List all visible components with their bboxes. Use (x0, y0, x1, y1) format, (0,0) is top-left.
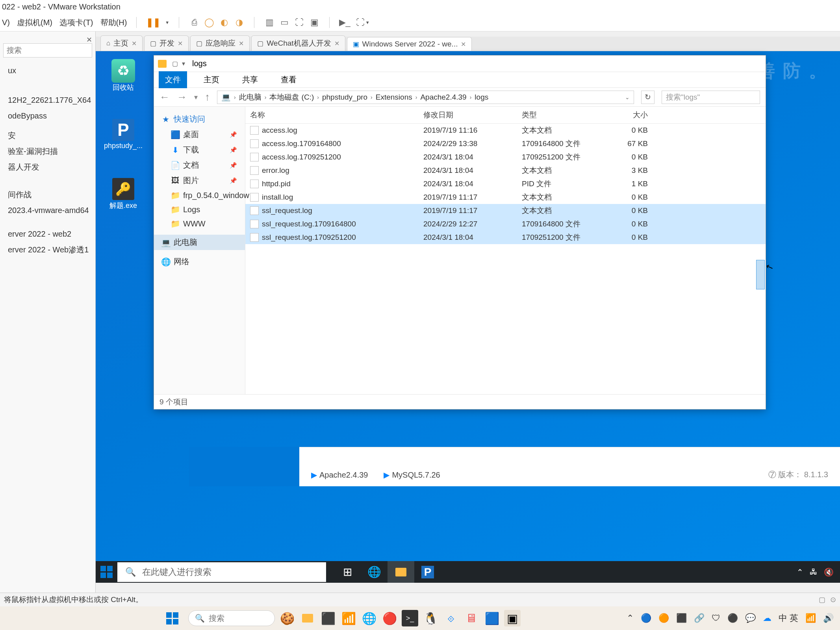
chevron-right-icon[interactable]: › (232, 94, 237, 100)
tree-downloads[interactable]: ⬇下载📌 (154, 142, 245, 158)
snapshot-revert-icon[interactable]: ◑ (234, 17, 245, 28)
file-row[interactable]: ssl_request.log2019/7/19 11:17文本文档0 KB (245, 204, 766, 217)
ribbon-tab-view[interactable]: 查看 (274, 71, 303, 88)
start-button[interactable] (164, 610, 180, 626)
task-view-icon[interactable]: ⊞ (334, 561, 361, 583)
snapshot-manager-icon[interactable]: ◐ (219, 17, 230, 28)
menu-help[interactable]: 帮助(H) (100, 17, 127, 28)
close-icon[interactable]: ✕ (178, 40, 183, 47)
terminal-icon[interactable]: >_ (402, 610, 418, 626)
col-size[interactable]: 大小 (605, 110, 648, 120)
desktop-icon-recycle[interactable]: 回收站 (104, 59, 143, 92)
app-icon[interactable]: 📶 (340, 610, 357, 626)
tree-quick-access[interactable]: ★快速访问 (154, 111, 245, 127)
breadcrumb-item[interactable]: 此电脑 (239, 92, 261, 102)
stretch-icon[interactable]: ⛶▼ (357, 17, 368, 28)
explorer-icon[interactable] (388, 561, 414, 583)
host-search[interactable]: 🔍搜索 (188, 610, 275, 626)
tray-ime[interactable]: 中 英 (779, 612, 798, 624)
phpstudy-icon[interactable]: P (414, 561, 441, 583)
chevron-right-icon[interactable]: › (414, 94, 419, 100)
pause-icon[interactable]: ❚❚ (146, 17, 160, 28)
file-row[interactable]: error.log2024/3/1 18:04文本文档3 KB (245, 164, 766, 177)
col-name[interactable]: 名称 (250, 110, 423, 120)
close-icon[interactable]: ✕ (86, 35, 92, 44)
tree-item[interactable]: 2023.4-vmware-amd64 (4, 202, 91, 218)
tray-volume-icon[interactable]: 🔇 (824, 567, 834, 577)
close-icon[interactable]: ✕ (239, 40, 244, 47)
tree-this-pc[interactable]: 💻此电脑 (154, 235, 245, 250)
view-unity-icon[interactable]: ▣ (309, 17, 320, 28)
tray-network-icon[interactable]: 🖧 (810, 567, 818, 576)
file-row[interactable]: ssl_request.log.17092512002024/3/1 18:04… (245, 231, 766, 244)
tray-obs-icon[interactable]: ⚫ (727, 613, 738, 623)
close-icon[interactable]: ✕ (334, 40, 339, 47)
view-thumb-icon[interactable]: ▥ (264, 17, 275, 28)
menu-tabs[interactable]: 选项卡(T) (59, 17, 93, 28)
start-button[interactable] (96, 561, 117, 583)
breadcrumb-item[interactable]: 本地磁盘 (C:) (269, 92, 314, 102)
tray-app-icon[interactable]: 🔗 (694, 613, 705, 623)
file-row[interactable]: access.log.17091648002024/2/29 13:381709… (245, 137, 766, 150)
tree-network[interactable]: 🌐网络 (154, 254, 245, 269)
app-icon[interactable]: 🍪 (279, 610, 295, 626)
mysql-status[interactable]: ▶MySQL5.7.26 (384, 470, 440, 480)
tree-item[interactable]: erver 2022 - web2 (4, 226, 91, 242)
edge-icon[interactable]: 🌐 (361, 610, 377, 626)
forward-icon[interactable]: → (177, 91, 187, 103)
tray-chevron-icon[interactable]: ⌃ (627, 613, 634, 623)
tray-onedrive-icon[interactable]: ☁ (763, 613, 771, 623)
recent-dropdown-icon[interactable]: ▾ (194, 93, 198, 102)
menu-vm[interactable]: 虚拟机(M) (17, 17, 52, 28)
chevron-down-icon[interactable]: ⌄ (625, 94, 630, 100)
app-icon[interactable]: 🖥 (463, 610, 480, 626)
breadcrumb-item[interactable]: Extensions (376, 93, 412, 102)
file-row[interactable]: access.log.17092512002024/3/1 18:0417092… (245, 150, 766, 164)
send-ctrl-alt-del-icon[interactable]: ⎙ (189, 17, 200, 28)
qat-dropdown[interactable]: ▾ (182, 60, 185, 67)
tray-volume-icon[interactable]: 🔊 (823, 613, 834, 623)
vmware-icon[interactable]: ▣ (504, 610, 521, 626)
device-icon[interactable]: ▢ (819, 595, 825, 604)
tray-app-icon[interactable]: 🔵 (641, 613, 651, 623)
tree-desktop[interactable]: 🟦桌面📌 (154, 127, 245, 142)
app-icon[interactable]: ⬛ (320, 610, 336, 626)
explorer-icon[interactable] (299, 610, 316, 626)
up-icon[interactable]: ↑ (205, 91, 210, 103)
file-row[interactable]: access.log2019/7/19 11:16文本文档0 KB (245, 124, 766, 137)
tree-item[interactable]: erver 2022 - Web渗透1 (4, 242, 91, 258)
tray-chevron-icon[interactable]: ⌃ (797, 567, 803, 577)
ribbon-tab-home[interactable]: 主页 (197, 71, 226, 88)
tree-item[interactable]: 验室-漏洞扫描 (4, 143, 91, 159)
tab-home[interactable]: ⌂主页✕ (100, 35, 143, 51)
tray-security-icon[interactable]: 🛡 (712, 613, 720, 623)
tree-www[interactable]: 📁WWW (154, 217, 245, 231)
close-icon[interactable]: ✕ (132, 40, 137, 47)
ribbon-tab-share[interactable]: 共享 (236, 71, 264, 88)
app-icon[interactable]: 🟦 (484, 610, 500, 626)
col-type[interactable]: 类型 (522, 110, 605, 120)
tray-wifi-icon[interactable]: 📶 (805, 613, 816, 623)
file-row[interactable]: httpd.pid2024/3/1 18:04PID 文件1 KB (245, 177, 766, 191)
tab-dev[interactable]: ▢开发✕ (144, 35, 189, 51)
tab-winserver[interactable]: ▣Windows Server 2022 - we...✕ (347, 37, 472, 51)
view-fullscreen-icon[interactable]: ⛶ (294, 17, 305, 28)
file-row[interactable]: ssl_request.log.17091648002024/2/29 12:2… (245, 217, 766, 231)
sidebar-search-input[interactable] (3, 43, 92, 57)
menu-view[interactable]: V) (2, 18, 10, 27)
explorer-search-input[interactable]: 搜索"logs" (662, 91, 760, 104)
snapshot-icon[interactable]: ◯ (204, 17, 215, 28)
tab-wechat[interactable]: ▢WeChat机器人开发✕ (251, 35, 345, 51)
chevron-right-icon[interactable]: › (468, 94, 473, 100)
device-icon[interactable]: ⊙ (830, 595, 836, 604)
ribbon-tab-file[interactable]: 文件 (159, 71, 187, 88)
file-row[interactable]: install.log2019/7/19 11:17文本文档0 KB (245, 191, 766, 204)
tab-incident[interactable]: ▢应急响应✕ (190, 35, 250, 51)
view-single-icon[interactable]: ▭ (279, 17, 290, 28)
desktop-icon-phpstudy[interactable]: P phpstudy_... (104, 118, 143, 150)
breadcrumb-item[interactable]: Apache2.4.39 (420, 93, 466, 102)
breadcrumb-item[interactable]: logs (475, 93, 488, 102)
tree-item[interactable]: 12H2_22621.1776_X64 (4, 92, 91, 108)
chevron-right-icon[interactable]: › (369, 94, 374, 100)
tree-pictures[interactable]: 🖼图片📌 (154, 173, 245, 188)
